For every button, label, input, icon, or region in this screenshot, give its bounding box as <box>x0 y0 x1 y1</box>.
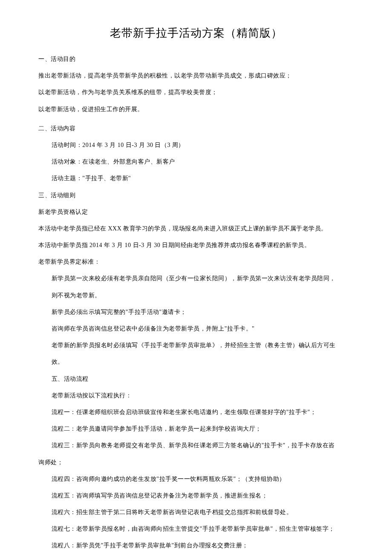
flow-2: 流程二：老学员邀请同学参加手拉手活动，新老学员一起来到学校咨询大厅； <box>38 420 354 437</box>
section3-p3: 本活动中新学员指 2014 年 3 月 10 日-3 月 30 日期间经由老学员… <box>38 237 354 253</box>
section2-p3: 活动主题："手拉手、老带新" <box>38 170 354 187</box>
section2-p1: 活动时间：2014 年 3 月 10 日-3 月 30 日（3 周） <box>38 137 354 153</box>
section-heading-1: 一、活动目的 <box>38 51 354 67</box>
section1-p1: 推出老带新活动，提高老学员带新学员的积极性，以老学员带动新学员成交，形成口碑效应… <box>38 67 354 84</box>
section3-p8a: 老带新的新学员报名时必须填写《手拉手老带新学员审批单》，并经招生主管（教务主管）… <box>38 337 354 354</box>
section2-p2: 活动对象：在读老生、外部意向客户、新客户 <box>38 153 354 170</box>
flow-5: 流程五：咨询师填写学员咨询信息登记表并备注为老带新学员，推进新生报名； <box>38 487 354 504</box>
section1-p3: 以老带新活动，促进招生工作的开展。 <box>38 101 354 118</box>
section3-p4: 老带新学员界定标准： <box>38 253 354 270</box>
section3-p8b: 效。 <box>38 354 354 370</box>
section3-p1: 新老学员资格认定 <box>38 204 354 220</box>
section3-p2: 本活动中老学员指已经在 XXX 教育学习的学员，现场报名尚未进入班级正式上课的新… <box>38 220 354 237</box>
section3-p5a: 新学员第一次来校必须有老学员亲自陪同（至少有一位家长陪同），新学员第一次来访没有… <box>38 270 354 287</box>
flow-3b: 询师处； <box>38 454 354 471</box>
flow-1: 流程一：任课老师组织班会启动班级宣传和老生家长电话邀约，老生领取任课签好字的"拉… <box>38 404 354 420</box>
flow-7: 流程七：老带新学员报名时，由咨询师向招生主管提交"手拉手老带新学员审批单"，招生… <box>38 520 354 537</box>
flow-3a: 流程三：新学员向教务老师提交有老学员、新学员和任课老师三方签名确认的"拉手卡"，… <box>38 437 354 454</box>
section3-p5b: 则不视为老带新。 <box>38 287 354 304</box>
page-title: 老带新手拉手活动方案（精简版） <box>38 26 354 40</box>
section-heading-5: 五、活动流程 <box>38 371 354 387</box>
section3-p7: 咨询师在学员咨询信息登记表中必须备注为老带新学员，并附上"拉手卡。" <box>38 320 354 337</box>
flow-4: 流程四：咨询师向邀约成功的老生发放"拉手奖一一饮料两瓶欢乐装"；（支持组协助） <box>38 471 354 487</box>
section1-p2: 以老带新活动，作为与老学员关系维系的纽带，提高学校美誉度； <box>38 84 354 101</box>
section-heading-2: 二、活动内容 <box>38 120 354 137</box>
flow-8: 流程八：新学员凭"手拉手老带新学员审批单"到前台办理报名交费注册； <box>38 537 354 554</box>
section3-p6: 新学员必须出示填写完整的"手拉手活动"邀请卡； <box>38 304 354 320</box>
section-heading-3: 三、活动细则 <box>38 187 354 204</box>
section5-intro: 老带新活动按以下流程执行： <box>38 387 354 404</box>
flow-6: 流程六：招生部主管于第二日将昨天老带新咨询登记表电子档提交总指挥和前线督导处。 <box>38 504 354 520</box>
